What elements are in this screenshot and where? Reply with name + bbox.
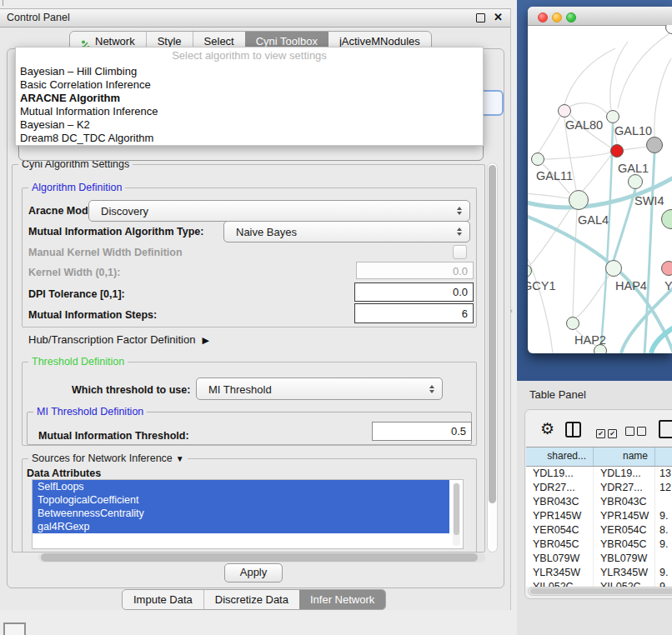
which-threshold-label: Which threshold to use: bbox=[72, 384, 190, 396]
columns-icon[interactable] bbox=[565, 422, 581, 438]
network-view-window: GAL80GAL10GAL1GAL11SWI4GAL4GCY1HAP4YHAP2 bbox=[528, 7, 672, 353]
algorithm-definition-title: Algorithm Definition bbox=[28, 182, 125, 193]
table-cell: YBR043C bbox=[526, 495, 594, 509]
network-node[interactable] bbox=[606, 110, 619, 123]
table-body: YDL19...YDL19...13YDR27...YDR27...12YBR0… bbox=[526, 467, 672, 587]
scrollbar-thumb[interactable] bbox=[530, 588, 672, 594]
spinner-arrows-icon bbox=[429, 385, 434, 393]
node-label: GAL80 bbox=[565, 118, 603, 132]
table-row[interactable]: YPR145WYPR145W9. bbox=[526, 509, 672, 523]
select-all-checkboxes-icon[interactable]: ✔✔ bbox=[596, 424, 619, 439]
scrollbar-thumb[interactable] bbox=[454, 483, 459, 535]
network-node[interactable] bbox=[566, 317, 579, 330]
mi-threshold-label: Mutual Information Threshold: bbox=[38, 430, 189, 442]
settings-horizontal-scrollbar[interactable] bbox=[38, 552, 485, 562]
column-header[interactable] bbox=[655, 448, 672, 466]
zoom-traffic-light-icon[interactable] bbox=[566, 12, 576, 22]
hub-definition-toggle[interactable]: Hub/Transcription Factor Definition▶ bbox=[28, 333, 209, 346]
algorithm-item-highlighted[interactable]: ARACNE Algorithm bbox=[16, 92, 483, 105]
attribute-item-selected[interactable]: TopologicalCoefficient bbox=[33, 493, 449, 507]
network-node[interactable] bbox=[610, 144, 624, 158]
table-cell bbox=[655, 552, 672, 566]
which-threshold-select[interactable]: MI Threshold bbox=[196, 378, 443, 400]
table-cell: YLR345W bbox=[594, 566, 655, 580]
deselect-all-checkboxes-icon[interactable] bbox=[625, 424, 649, 439]
algorithm-popup-prompt: Select algorithm to view settings bbox=[16, 48, 483, 65]
tab-impute-data[interactable]: Impute Data bbox=[123, 590, 203, 609]
minimize-traffic-light-icon[interactable] bbox=[552, 12, 562, 22]
scrollbar-thumb[interactable] bbox=[489, 165, 496, 503]
network-node[interactable] bbox=[531, 152, 544, 166]
table-cell: YER054C bbox=[526, 523, 594, 538]
sources-group-title[interactable]: Sources for Network Inference▼ bbox=[28, 452, 188, 464]
mi-threshold-field[interactable]: 0.5 bbox=[372, 422, 472, 441]
sources-title-text: Sources for Network Inference bbox=[32, 452, 173, 464]
aracne-mode-label: Aracne Mode: bbox=[28, 205, 98, 217]
table-cell: YIL052C bbox=[526, 580, 594, 587]
close-traffic-light-icon[interactable] bbox=[538, 12, 548, 22]
attribute-item-selected[interactable]: gal4RGexp bbox=[33, 520, 449, 533]
network-node[interactable] bbox=[569, 190, 589, 210]
dpi-tolerance-field[interactable]: 0.0 bbox=[354, 282, 474, 302]
table-cell: 9. bbox=[655, 509, 672, 523]
gear-icon[interactable]: ⚙ bbox=[540, 419, 554, 438]
float-window-icon[interactable] bbox=[476, 13, 485, 22]
top-edge-tick bbox=[3, 0, 3, 6]
scrollbar-thumb[interactable] bbox=[41, 553, 478, 562]
algorithm-item[interactable]: Dream8 DC_TDC Algorithm bbox=[16, 132, 483, 145]
table-toolbar: ⚙ ✔✔ bbox=[525, 418, 672, 442]
minimized-panel-icon[interactable] bbox=[3, 622, 26, 635]
table-row[interactable]: YDR27...YDR27...12 bbox=[526, 481, 672, 495]
kernel-width-field[interactable]: 0.0 bbox=[356, 262, 474, 279]
panel-divider-handle[interactable]: ‹ bbox=[510, 307, 513, 315]
table-row[interactable]: YLR345WYLR345W9. bbox=[526, 566, 672, 580]
tab-infer-network[interactable]: Infer Network bbox=[299, 590, 385, 609]
attribute-list-scrollbar[interactable] bbox=[453, 482, 460, 546]
algorithm-popup: Select algorithm to view settings Bayesi… bbox=[15, 47, 484, 146]
table-panel: Table Panel ⚙ ✔✔ shared... name YDL19...… bbox=[517, 381, 672, 635]
expanded-arrow-icon: ▼ bbox=[176, 454, 184, 463]
aracne-mode-select[interactable]: Discovery bbox=[88, 200, 470, 222]
table-cell: YDL19... bbox=[526, 467, 594, 481]
table-row[interactable]: YIL052CYIL052C9. bbox=[526, 580, 672, 587]
mi-type-select[interactable]: Naive Bayes bbox=[223, 221, 470, 242]
node-table: shared... name YDL19...YDL19...13YDR27..… bbox=[526, 447, 672, 587]
column-header[interactable]: shared... bbox=[526, 448, 594, 466]
manual-kernel-checkbox[interactable] bbox=[453, 245, 467, 259]
control-panel-titlebar: Control Panel ✕ bbox=[0, 9, 510, 28]
table-cell: YDL19... bbox=[594, 467, 655, 481]
network-node[interactable] bbox=[594, 344, 607, 353]
tab-label: Discretize Data bbox=[215, 590, 288, 609]
algorithm-item[interactable]: Bayesian – K2 bbox=[16, 118, 483, 132]
apply-button[interactable]: Apply bbox=[224, 563, 283, 582]
network-canvas[interactable]: GAL80GAL10GAL1GAL11SWI4GAL4GCY1HAP4YHAP2 bbox=[528, 25, 672, 353]
network-node[interactable] bbox=[558, 104, 571, 118]
table-cell bbox=[655, 495, 672, 509]
network-node[interactable] bbox=[605, 260, 622, 277]
table-row[interactable]: YBR043CYBR043C bbox=[526, 495, 672, 509]
table-row[interactable]: YDL19...YDL19...13 bbox=[526, 467, 672, 481]
close-icon[interactable]: ✕ bbox=[494, 11, 503, 23]
network-node[interactable] bbox=[661, 261, 672, 276]
table-row[interactable]: YER054CYER054C8. bbox=[526, 523, 672, 538]
data-attributes-label: Data Attributes bbox=[27, 468, 101, 479]
document-icon[interactable] bbox=[659, 420, 672, 438]
tab-discretize-data[interactable]: Discretize Data bbox=[203, 590, 299, 609]
algorithm-item[interactable]: Basic Correlation Inference bbox=[16, 78, 483, 92]
table-cell: YER054C bbox=[594, 523, 655, 538]
settings-vertical-scrollbar[interactable] bbox=[487, 162, 498, 552]
mi-steps-field[interactable]: 6 bbox=[354, 303, 474, 323]
network-node[interactable] bbox=[628, 174, 643, 189]
algorithm-item[interactable]: Mutual Information Inference bbox=[16, 105, 483, 118]
table-row[interactable]: YBR045CYBR045C9. bbox=[526, 538, 672, 552]
attribute-item-selected[interactable]: BetweennessCentrality bbox=[33, 507, 449, 520]
table-cell: 12 bbox=[655, 481, 672, 495]
column-header[interactable]: name bbox=[594, 448, 655, 466]
table-row[interactable]: YBL079WYBL079W bbox=[526, 552, 672, 566]
network-node[interactable] bbox=[646, 137, 663, 153]
attribute-item-selected[interactable]: SelfLoops bbox=[33, 480, 449, 493]
algorithm-item[interactable]: Bayesian – Hill Climbing bbox=[16, 65, 483, 78]
table-horizontal-scrollbar[interactable] bbox=[528, 587, 672, 596]
network-window-titlebar bbox=[528, 7, 672, 26]
kernel-width-label: Kernel Width (0,1): bbox=[28, 267, 120, 278]
